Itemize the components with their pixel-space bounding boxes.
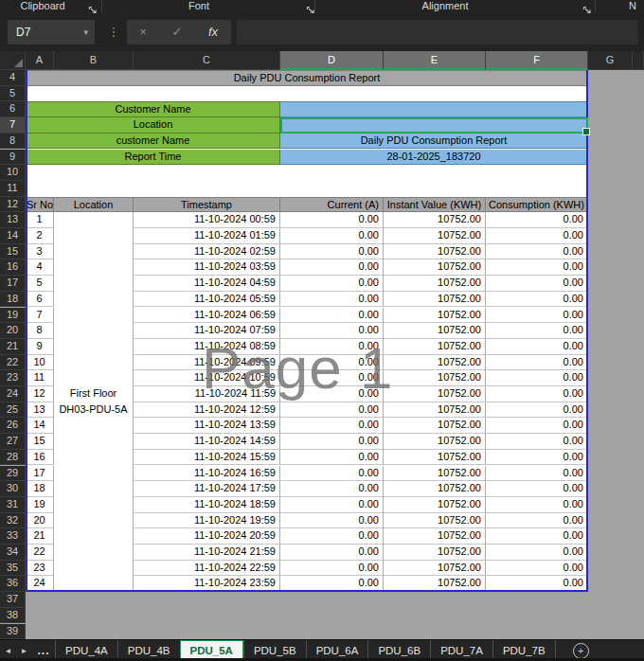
dialog-launcher-icon[interactable]	[88, 2, 98, 12]
consumption-cell[interactable]: 0.00	[486, 466, 588, 482]
dialog-launcher-icon[interactable]	[582, 2, 593, 12]
instant-value-cell[interactable]: 10752.00	[384, 355, 486, 371]
row-header-8[interactable]: 8	[0, 134, 26, 150]
instant-value-cell[interactable]: 10752.00	[384, 434, 486, 450]
consumption-cell[interactable]: 0.00	[486, 402, 588, 419]
table-header-cell[interactable]: Current (A)	[280, 197, 384, 213]
current-cell[interactable]: 0.00	[280, 528, 384, 545]
current-cell[interactable]: 0.00	[280, 497, 384, 513]
instant-value-cell[interactable]: 10752.00	[384, 276, 486, 292]
row-header-26[interactable]: 26	[0, 418, 26, 434]
timestamp-cell[interactable]: 11-10-2024 01:59	[134, 228, 280, 244]
timestamp-cell[interactable]: 11-10-2024 09:59	[134, 355, 280, 371]
current-cell[interactable]: 0.00	[280, 513, 384, 529]
row-header-5[interactable]: 5	[0, 86, 26, 102]
current-cell[interactable]: 0.00	[280, 450, 384, 466]
sr-no-cell[interactable]: 18	[26, 481, 54, 497]
instant-value-cell[interactable]: 10752.00	[384, 259, 486, 276]
current-cell[interactable]: 0.00	[280, 386, 384, 402]
row-header-29[interactable]: 29	[0, 466, 26, 482]
name-box[interactable]: D7 ▾	[8, 20, 95, 45]
consumption-cell[interactable]: 0.00	[486, 545, 588, 561]
sr-no-cell[interactable]: 23	[26, 561, 54, 577]
sr-no-cell[interactable]: 12	[26, 386, 54, 402]
column-header-D[interactable]: D	[280, 51, 384, 70]
row-header-4[interactable]: 4	[0, 70, 26, 86]
current-cell[interactable]: 0.00	[280, 418, 384, 434]
row-header-19[interactable]: 19	[0, 308, 26, 324]
more-options-icon[interactable]: ⋮	[106, 20, 121, 45]
sr-no-cell[interactable]: 4	[26, 259, 54, 276]
row-header-24[interactable]: 24	[0, 386, 26, 402]
timestamp-cell[interactable]: 11-10-2024 08:59	[134, 339, 280, 355]
current-cell[interactable]: 0.00	[280, 434, 384, 450]
consumption-cell[interactable]: 0.00	[486, 497, 588, 513]
timestamp-cell[interactable]: 11-10-2024 04:59	[134, 276, 280, 292]
info-label-cell[interactable]: Customer Name	[26, 101, 280, 117]
sr-no-cell[interactable]: 6	[26, 292, 54, 308]
consumption-cell[interactable]: 0.00	[486, 418, 588, 434]
row-header-25[interactable]: 25	[0, 402, 26, 419]
add-sheet-button[interactable]: +	[573, 643, 589, 659]
sr-no-cell[interactable]: 14	[26, 418, 54, 434]
sr-no-cell[interactable]: 3	[26, 244, 54, 260]
timestamp-cell[interactable]: 11-10-2024 14:59	[134, 434, 280, 450]
sr-no-cell[interactable]: 5	[26, 276, 54, 292]
current-cell[interactable]: 0.00	[280, 244, 384, 260]
current-cell[interactable]: 0.00	[280, 276, 384, 292]
row-header-14[interactable]: 14	[0, 228, 26, 244]
column-header-F[interactable]: F	[486, 51, 588, 70]
timestamp-cell[interactable]: 11-10-2024 07:59	[134, 323, 280, 339]
table-header-cell[interactable]: Instant Value (KWH)	[384, 197, 486, 213]
info-label-cell[interactable]: customer Name	[26, 134, 280, 150]
current-cell[interactable]: 0.00	[280, 481, 384, 497]
timestamp-cell[interactable]: 11-10-2024 06:59	[134, 308, 280, 324]
current-cell[interactable]: 0.00	[280, 355, 384, 371]
timestamp-cell[interactable]: 11-10-2024 05:59	[134, 292, 280, 308]
row-header-35[interactable]: 35	[0, 561, 26, 577]
instant-value-cell[interactable]: 10752.00	[384, 339, 486, 355]
consumption-cell[interactable]: 0.00	[486, 212, 588, 228]
consumption-cell[interactable]: 0.00	[486, 276, 588, 292]
report-title-cell[interactable]: Daily PDU Consumption Report	[26, 70, 588, 86]
sr-no-cell[interactable]: 9	[26, 339, 54, 355]
consumption-cell[interactable]: 0.00	[486, 339, 588, 355]
current-cell[interactable]: 0.00	[280, 402, 384, 419]
timestamp-cell[interactable]: 11-10-2024 12:59	[134, 402, 280, 419]
timestamp-cell[interactable]: 11-10-2024 03:59	[134, 259, 280, 276]
timestamp-cell[interactable]: 11-10-2024 10:59	[134, 370, 280, 386]
enter-check-icon[interactable]: ✓	[161, 20, 193, 45]
current-cell[interactable]: 0.00	[280, 228, 384, 244]
consumption-cell[interactable]: 0.00	[486, 370, 588, 386]
row-header-28[interactable]: 28	[0, 450, 26, 466]
sr-no-cell[interactable]: 16	[26, 450, 54, 466]
row-header-13[interactable]: 13	[0, 212, 26, 228]
table-header-cell[interactable]: Sr No	[26, 197, 54, 213]
row-header-27[interactable]: 27	[0, 434, 26, 450]
column-header-G[interactable]: G	[588, 51, 633, 70]
row-header-33[interactable]: 33	[0, 528, 26, 545]
select-all-button[interactable]	[0, 51, 26, 70]
instant-value-cell[interactable]: 10752.00	[384, 497, 486, 513]
instant-value-cell[interactable]: 10752.00	[384, 228, 486, 244]
timestamp-cell[interactable]: 11-10-2024 15:59	[134, 450, 280, 466]
consumption-cell[interactable]: 0.00	[486, 481, 588, 497]
instant-value-cell[interactable]: 10752.00	[384, 561, 486, 577]
timestamp-cell[interactable]: 11-10-2024 22:59	[134, 561, 280, 577]
consumption-cell[interactable]: 0.00	[486, 434, 588, 450]
consumption-cell[interactable]: 0.00	[486, 386, 588, 402]
row-header-20[interactable]: 20	[0, 323, 26, 339]
row-header-10[interactable]: 10	[0, 165, 26, 181]
sr-no-cell[interactable]: 7	[26, 308, 54, 324]
column-header-B[interactable]: B	[54, 51, 134, 70]
cancel-icon[interactable]: ×	[127, 20, 159, 45]
instant-value-cell[interactable]: 10752.00	[384, 513, 486, 529]
column-header-E[interactable]: E	[384, 51, 486, 70]
row-header-15[interactable]: 15	[0, 244, 26, 260]
formula-bar-input[interactable]	[237, 20, 638, 45]
timestamp-cell[interactable]: 11-10-2024 19:59	[134, 513, 280, 529]
table-header-cell[interactable]: Consumption (KWH)	[486, 197, 588, 213]
consumption-cell[interactable]: 0.00	[486, 228, 588, 244]
column-header-C[interactable]: C	[134, 51, 280, 70]
sr-no-cell[interactable]: 13	[26, 402, 54, 419]
